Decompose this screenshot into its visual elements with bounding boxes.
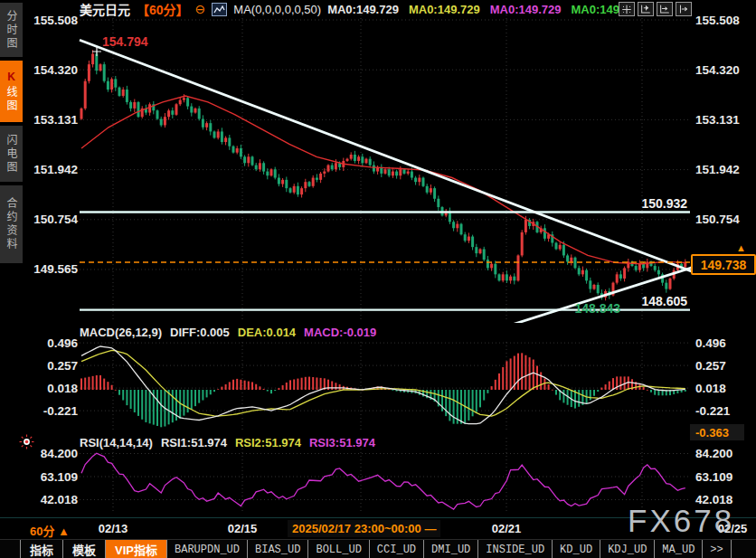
timeframe-button[interactable]: 60分 ▲ xyxy=(30,522,70,539)
bottom-tab-ma_ud[interactable]: MA_UD xyxy=(655,540,703,558)
indicator-toolbar: 指标模板VIP指标BARUPDN_UDBIAS_UDBOLL_UDCCI_UDD… xyxy=(0,539,756,558)
sidebar-tab-1[interactable]: 分时图 xyxy=(0,3,23,57)
svg-text:155.508: 155.508 xyxy=(695,14,740,27)
rsi3-value: RSI3:51.974 xyxy=(309,436,375,450)
svg-text:0.257: 0.257 xyxy=(695,359,726,373)
svg-text:0.018: 0.018 xyxy=(47,382,78,395)
bottom-tab-barupdn_ud[interactable]: BARUPDN_UD xyxy=(167,540,248,558)
bottom-tab-[interactable]: 指标 xyxy=(20,540,63,558)
bottom-tab-boll_ud[interactable]: BOLL_UD xyxy=(308,540,369,558)
svg-text:150.754: 150.754 xyxy=(695,213,740,226)
price-panel xyxy=(80,40,704,325)
chart-canvas[interactable]: 154.794150.932148.605148.843155.508155.5… xyxy=(0,0,756,558)
bottom-tab->>[interactable]: >> xyxy=(703,540,731,558)
svg-text:151.942: 151.942 xyxy=(695,163,740,176)
svg-text:-0.221: -0.221 xyxy=(43,404,79,418)
symbol-name: 美元日元 xyxy=(80,0,130,18)
last-price-badge: 149.738 xyxy=(691,254,756,275)
bottom-tab-inside_ud[interactable]: INSIDE_UD xyxy=(478,540,553,558)
rsi-panel xyxy=(81,453,685,509)
selected-bar-time-range: 2025/02/17 23:00~00:00 — xyxy=(288,520,440,537)
bottom-tab-dmi_ud[interactable]: DMI_UD xyxy=(424,540,478,558)
rsi-name: RSI(14,14,14) xyxy=(80,436,153,450)
price-marker-arrow: ▲ xyxy=(736,242,746,253)
svg-text:63.109: 63.109 xyxy=(695,470,732,484)
svg-text:154.320: 154.320 xyxy=(695,63,740,77)
period-label: 【60分】 xyxy=(137,0,189,18)
ma-values: MA0:149.729MA0:149.729MA0:149.729MA0:149… xyxy=(327,3,629,16)
date-tick-02/15: 02/15 xyxy=(228,522,258,535)
svg-text:0.496: 0.496 xyxy=(695,336,726,350)
macd-value: MACD:-0.019 xyxy=(304,326,376,340)
sidebar-tab-3[interactable]: 闪电图 xyxy=(0,126,23,182)
chart-type-sidebar: 分时图K线图闪电图合约资料 xyxy=(0,0,24,539)
svg-text:155.508: 155.508 xyxy=(33,14,78,27)
svg-text:153.131: 153.131 xyxy=(33,113,78,127)
rsi1-value: RSI1:51.974 xyxy=(161,436,227,450)
svg-text:154.320: 154.320 xyxy=(33,63,78,77)
svg-text:154.794: 154.794 xyxy=(102,34,148,49)
axis-labels: 155.508155.508154.320154.320153.131153.1… xyxy=(33,14,740,506)
chart-header: 美元日元 【60分】 ⊖ MA(0,0,0,0,0,50) MA0:149.72… xyxy=(80,1,629,17)
trading-terminal-window: 154.794150.932148.605148.843155.508155.5… xyxy=(0,0,756,558)
ma-value-0: MA0:149.729 xyxy=(327,3,399,16)
rsi-header: RSI(14,14,14) RSI1:51.974 RSI2:51.974 RS… xyxy=(80,436,375,450)
alert-icon[interactable] xyxy=(19,434,34,453)
chart-toolbar xyxy=(619,2,692,16)
collapse-icon[interactable]: ⊖ xyxy=(195,3,206,15)
svg-text:0.257: 0.257 xyxy=(47,359,78,373)
svg-text:149.565: 149.565 xyxy=(33,262,78,276)
crosshair-tool-icon[interactable] xyxy=(619,2,635,16)
svg-text:84.200: 84.200 xyxy=(41,447,78,460)
svg-text:42.018: 42.018 xyxy=(41,493,79,506)
ma-value-1: MA0:149.729 xyxy=(409,3,480,16)
svg-text:148.843: 148.843 xyxy=(574,301,620,316)
svg-text:150.932: 150.932 xyxy=(641,196,687,211)
sidebar-tab-2[interactable]: K线图 xyxy=(0,61,23,122)
rsi2-value: RSI2:51.974 xyxy=(235,436,301,450)
sidebar-tab-4[interactable]: 合约资料 xyxy=(0,185,23,263)
watermark: FX678 xyxy=(628,503,734,539)
date-tick-02/13: 02/13 xyxy=(99,522,128,535)
macd-current-badge: -0.363 xyxy=(690,424,744,440)
bottom-tab-[interactable]: 模板 xyxy=(63,540,106,558)
macd-panel xyxy=(80,346,686,427)
ma-value-2: MA0:149.729 xyxy=(490,3,562,16)
macd-diff-value: DIFF:0.005 xyxy=(170,326,230,340)
bottom-tab-vip[interactable]: VIP指标 xyxy=(106,540,167,558)
macd-header: MACD(26,12,9) DIFF:0.005 DEA:0.014 MACD:… xyxy=(80,326,376,340)
bottom-tab-cci_ud[interactable]: CCI_UD xyxy=(370,540,424,558)
svg-text:84.200: 84.200 xyxy=(695,447,732,460)
svg-text:0.496: 0.496 xyxy=(47,336,78,350)
ma-settings-label: MA(0,0,0,0,0,50) xyxy=(233,3,321,16)
macd-name: MACD(26,12,9) xyxy=(80,326,162,340)
pan-right-tool-icon[interactable] xyxy=(676,2,692,16)
bottom-tab-kd_ud[interactable]: KD_UD xyxy=(553,540,600,558)
bottom-tab-kdj_ud[interactable]: KDJ_UD xyxy=(600,540,655,558)
svg-text:150.754: 150.754 xyxy=(33,213,78,226)
svg-text:153.131: 153.131 xyxy=(695,113,740,127)
svg-text:0.018: 0.018 xyxy=(695,382,726,395)
svg-text:148.605: 148.605 xyxy=(641,294,687,308)
bottom-tab-bias_ud[interactable]: BIAS_UD xyxy=(248,540,308,558)
macd-dea-value: DEA:0.014 xyxy=(238,326,296,340)
svg-text:63.109: 63.109 xyxy=(41,470,78,484)
zoom-out-tool-icon[interactable] xyxy=(657,2,673,16)
date-tick-02/21: 02/21 xyxy=(492,522,522,535)
svg-text:-0.221: -0.221 xyxy=(695,404,731,418)
chart-style-icon[interactable] xyxy=(212,3,227,16)
svg-text:151.942: 151.942 xyxy=(33,163,78,176)
zoom-in-tool-icon[interactable] xyxy=(638,2,654,16)
